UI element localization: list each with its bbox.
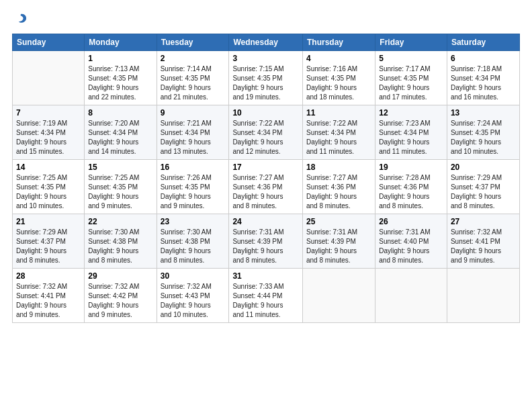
day-info: Sunrise: 7:18 AM Sunset: 4:34 PM Dayligh…	[451, 64, 516, 102]
day-number: 7	[16, 108, 81, 118]
day-cell: 24Sunrise: 7:31 AM Sunset: 4:39 PM Dayli…	[229, 214, 303, 269]
day-cell: 26Sunrise: 7:31 AM Sunset: 4:40 PM Dayli…	[375, 214, 447, 269]
day-info: Sunrise: 7:13 AM Sunset: 4:35 PM Dayligh…	[88, 64, 152, 102]
day-info: Sunrise: 7:21 AM Sunset: 4:34 PM Dayligh…	[161, 119, 226, 156]
day-cell: 27Sunrise: 7:32 AM Sunset: 4:41 PM Dayli…	[447, 214, 519, 269]
day-cell: 6Sunrise: 7:18 AM Sunset: 4:34 PM Daylig…	[447, 51, 519, 105]
day-info: Sunrise: 7:23 AM Sunset: 4:34 PM Dayligh…	[379, 119, 443, 156]
day-info: Sunrise: 7:17 AM Sunset: 4:35 PM Dayligh…	[379, 64, 443, 102]
day-info: Sunrise: 7:32 AM Sunset: 4:43 PM Dayligh…	[161, 282, 226, 320]
day-number: 21	[16, 217, 81, 226]
day-number: 4	[306, 54, 371, 63]
day-number: 30	[161, 271, 226, 281]
day-cell: 22Sunrise: 7:30 AM Sunset: 4:38 PM Dayli…	[85, 214, 157, 269]
day-cell: 15Sunrise: 7:25 AM Sunset: 4:35 PM Dayli…	[85, 160, 157, 214]
day-cell: 13Sunrise: 7:24 AM Sunset: 4:35 PM Dayli…	[447, 105, 519, 160]
day-cell: 2Sunrise: 7:14 AM Sunset: 4:35 PM Daylig…	[157, 51, 229, 105]
week-row-4: 28Sunrise: 7:32 AM Sunset: 4:41 PM Dayli…	[13, 269, 520, 323]
day-cell: 25Sunrise: 7:31 AM Sunset: 4:39 PM Dayli…	[302, 214, 375, 269]
day-info: Sunrise: 7:30 AM Sunset: 4:38 PM Dayligh…	[88, 228, 152, 265]
week-row-0: 1Sunrise: 7:13 AM Sunset: 4:35 PM Daylig…	[13, 51, 520, 105]
page: SundayMondayTuesdayWednesdayThursdayFrid…	[0, 0, 532, 411]
day-number: 2	[161, 54, 226, 63]
day-number: 12	[379, 108, 443, 118]
day-number: 8	[88, 108, 152, 118]
col-header-monday: Monday	[85, 34, 157, 51]
day-number: 28	[16, 271, 81, 281]
day-info: Sunrise: 7:32 AM Sunset: 4:41 PM Dayligh…	[451, 228, 516, 265]
day-number: 19	[379, 163, 443, 172]
day-info: Sunrise: 7:31 AM Sunset: 4:40 PM Dayligh…	[379, 228, 443, 265]
day-number: 17	[232, 163, 299, 172]
day-info: Sunrise: 7:32 AM Sunset: 4:42 PM Dayligh…	[88, 282, 152, 320]
day-cell: 28Sunrise: 7:32 AM Sunset: 4:41 PM Dayli…	[13, 269, 85, 323]
day-number: 18	[306, 163, 371, 172]
day-cell: 3Sunrise: 7:15 AM Sunset: 4:35 PM Daylig…	[229, 51, 303, 105]
day-cell	[13, 51, 85, 105]
day-cell: 18Sunrise: 7:27 AM Sunset: 4:36 PM Dayli…	[302, 160, 375, 214]
col-header-saturday: Saturday	[447, 34, 519, 51]
day-number: 29	[88, 271, 152, 281]
day-number: 23	[161, 217, 226, 226]
day-info: Sunrise: 7:14 AM Sunset: 4:35 PM Dayligh…	[161, 64, 226, 102]
logo-bird-icon	[13, 12, 28, 27]
day-info: Sunrise: 7:32 AM Sunset: 4:41 PM Dayligh…	[16, 282, 81, 320]
col-header-wednesday: Wednesday	[229, 34, 303, 51]
day-info: Sunrise: 7:22 AM Sunset: 4:34 PM Dayligh…	[306, 119, 371, 156]
day-number: 10	[232, 108, 299, 118]
day-info: Sunrise: 7:33 AM Sunset: 4:44 PM Dayligh…	[232, 282, 299, 320]
day-info: Sunrise: 7:15 AM Sunset: 4:35 PM Dayligh…	[232, 64, 299, 102]
day-number: 3	[232, 54, 299, 63]
day-info: Sunrise: 7:29 AM Sunset: 4:37 PM Dayligh…	[451, 173, 516, 211]
day-cell	[375, 269, 447, 323]
day-info: Sunrise: 7:24 AM Sunset: 4:35 PM Dayligh…	[451, 119, 516, 156]
day-info: Sunrise: 7:26 AM Sunset: 4:35 PM Dayligh…	[161, 173, 226, 211]
day-info: Sunrise: 7:22 AM Sunset: 4:34 PM Dayligh…	[232, 119, 299, 156]
day-number: 1	[88, 54, 152, 63]
day-info: Sunrise: 7:20 AM Sunset: 4:34 PM Dayligh…	[88, 119, 152, 156]
day-number: 5	[379, 54, 443, 63]
day-number: 22	[88, 217, 152, 226]
day-number: 25	[306, 217, 371, 226]
calendar-table: SundayMondayTuesdayWednesdayThursdayFrid…	[12, 34, 520, 323]
day-number: 31	[232, 271, 299, 281]
day-cell: 30Sunrise: 7:32 AM Sunset: 4:43 PM Dayli…	[157, 269, 229, 323]
day-number: 6	[451, 54, 516, 63]
day-number: 26	[379, 217, 443, 226]
day-number: 14	[16, 163, 81, 172]
day-number: 24	[232, 217, 299, 226]
day-cell: 16Sunrise: 7:26 AM Sunset: 4:35 PM Dayli…	[157, 160, 229, 214]
col-header-tuesday: Tuesday	[157, 34, 229, 51]
day-cell: 1Sunrise: 7:13 AM Sunset: 4:35 PM Daylig…	[85, 51, 157, 105]
day-number: 9	[161, 108, 226, 118]
col-header-thursday: Thursday	[302, 34, 375, 51]
day-cell: 17Sunrise: 7:27 AM Sunset: 4:36 PM Dayli…	[229, 160, 303, 214]
day-cell: 4Sunrise: 7:16 AM Sunset: 4:35 PM Daylig…	[302, 51, 375, 105]
day-info: Sunrise: 7:31 AM Sunset: 4:39 PM Dayligh…	[306, 228, 371, 265]
day-number: 11	[306, 108, 371, 118]
col-header-sunday: Sunday	[13, 34, 85, 51]
day-cell: 31Sunrise: 7:33 AM Sunset: 4:44 PM Dayli…	[229, 269, 303, 323]
day-cell: 8Sunrise: 7:20 AM Sunset: 4:34 PM Daylig…	[85, 105, 157, 160]
day-cell: 9Sunrise: 7:21 AM Sunset: 4:34 PM Daylig…	[157, 105, 229, 160]
day-cell: 5Sunrise: 7:17 AM Sunset: 4:35 PM Daylig…	[375, 51, 447, 105]
day-info: Sunrise: 7:19 AM Sunset: 4:34 PM Dayligh…	[16, 119, 81, 156]
day-info: Sunrise: 7:27 AM Sunset: 4:36 PM Dayligh…	[306, 173, 371, 211]
week-row-3: 21Sunrise: 7:29 AM Sunset: 4:37 PM Dayli…	[13, 214, 520, 269]
day-cell: 23Sunrise: 7:30 AM Sunset: 4:38 PM Dayli…	[157, 214, 229, 269]
day-cell	[302, 269, 375, 323]
day-cell: 20Sunrise: 7:29 AM Sunset: 4:37 PM Dayli…	[447, 160, 519, 214]
logo	[12, 12, 28, 27]
calendar-header-row: SundayMondayTuesdayWednesdayThursdayFrid…	[13, 34, 520, 51]
day-cell: 14Sunrise: 7:25 AM Sunset: 4:35 PM Dayli…	[13, 160, 85, 214]
day-info: Sunrise: 7:16 AM Sunset: 4:35 PM Dayligh…	[306, 64, 371, 102]
day-number: 20	[451, 163, 516, 172]
day-cell: 21Sunrise: 7:29 AM Sunset: 4:37 PM Dayli…	[13, 214, 85, 269]
day-info: Sunrise: 7:28 AM Sunset: 4:36 PM Dayligh…	[379, 173, 443, 211]
day-cell: 29Sunrise: 7:32 AM Sunset: 4:42 PM Dayli…	[85, 269, 157, 323]
day-info: Sunrise: 7:29 AM Sunset: 4:37 PM Dayligh…	[16, 228, 81, 265]
day-cell: 12Sunrise: 7:23 AM Sunset: 4:34 PM Dayli…	[375, 105, 447, 160]
day-number: 27	[451, 217, 516, 226]
day-number: 15	[88, 163, 152, 172]
day-info: Sunrise: 7:25 AM Sunset: 4:35 PM Dayligh…	[16, 173, 81, 211]
